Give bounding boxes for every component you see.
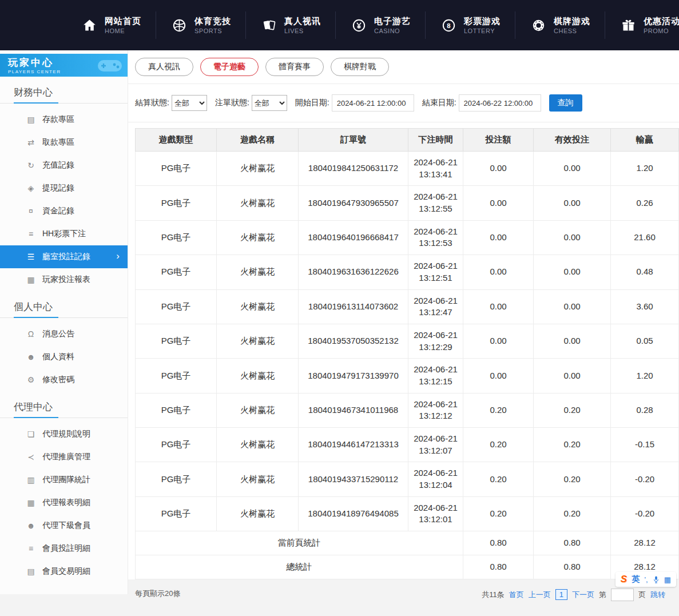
cell-game-name: 火树赢花 xyxy=(217,324,299,358)
cell-valid-bet: 0.00 xyxy=(534,324,611,358)
sidebar-item-withdraw-area[interactable]: ⇄取款專區 xyxy=(0,131,128,154)
sidebar-item-withdraw-records[interactable]: ◈提現記錄 xyxy=(0,177,128,200)
cell-win-loss: 21.60 xyxy=(611,220,679,255)
table-row: PG电子火树赢花18040195370503521322024-06-21 13… xyxy=(136,324,679,358)
doc-icon: ❏ xyxy=(25,430,37,439)
column-header: 遊戲名稱 xyxy=(217,129,299,152)
sidebar-item-room-bet-records[interactable]: ☰廳室投註記錄 xyxy=(0,245,128,268)
nav-item-chess[interactable]: 棋牌游戏CHESS xyxy=(515,11,605,39)
svg-text:8: 8 xyxy=(447,22,450,29)
sidebar-item-label: 修改密碼 xyxy=(42,375,74,385)
cell-game-name: 火树赢花 xyxy=(217,255,299,289)
cell-game-type: PG电子 xyxy=(136,152,217,186)
summary-value: 0.80 xyxy=(534,531,611,555)
sidebar-item-label: 代理規則說明 xyxy=(42,429,90,439)
main-content: 真人視訊電子遊藝體育賽事棋牌對戰 結算狀態: 全部 注單狀態: 全部 開始日期:… xyxy=(128,50,679,615)
cell-valid-bet: 0.00 xyxy=(534,220,611,255)
report-grid-icon: ▦ xyxy=(25,498,37,507)
tab-chess-battle[interactable]: 棋牌對戰 xyxy=(331,58,389,76)
cell-bet-amount: 0.00 xyxy=(463,255,534,289)
cell-win-loss: 0.48 xyxy=(611,255,679,289)
members-icon: ☻ xyxy=(25,521,37,530)
cell-valid-bet: 0.00 xyxy=(534,359,611,393)
nav-item-home[interactable]: 网站首页HOME xyxy=(66,11,156,39)
sogou-logo-icon[interactable]: S xyxy=(621,574,627,585)
microphone-icon[interactable] xyxy=(653,575,660,584)
nav-item-title: 网站首页 xyxy=(105,15,141,27)
cell-bet-time: 2024-06-21 13:12:55 xyxy=(408,186,463,220)
cell-game-type: PG电子 xyxy=(136,289,217,324)
cell-valid-bet: 0.00 xyxy=(534,152,611,186)
list-doc-icon: ≡ xyxy=(25,544,37,553)
gamepad-icon xyxy=(97,57,123,76)
sidebar-item-agent-promotion[interactable]: ≺代理推廣管理 xyxy=(0,446,128,468)
list-icon: ☰ xyxy=(25,252,37,261)
nav-item-subtitle: CASINO xyxy=(374,27,411,35)
records-table: 遊戲類型遊戲名稱訂單號下注時間投注額有效投注輸贏 PG电子火树赢花1804019… xyxy=(135,128,679,579)
sidebar-item-deposit-area[interactable]: ▤存款專區 xyxy=(0,108,128,131)
gear-icon: ⚙ xyxy=(25,375,37,384)
sidebar-item-member-transactions[interactable]: ▤會員交易明細 xyxy=(0,560,128,583)
next-page-link[interactable]: 下一页 xyxy=(572,590,594,600)
column-header: 投注額 xyxy=(463,129,534,152)
cell-order-no: 1804019433715290112 xyxy=(299,462,408,496)
summary-value: 0.80 xyxy=(534,555,611,579)
sidebar-item-member-bet-details[interactable]: ≡會員投註明細 xyxy=(0,537,128,560)
order-status-select[interactable]: 全部 xyxy=(252,95,287,111)
nav-item-promo[interactable]: 优惠活动PROMO xyxy=(605,11,679,39)
list-doc-icon: ≡ xyxy=(25,229,37,239)
cell-win-loss: -0.15 xyxy=(611,428,679,462)
summary-label: 當前頁統計 xyxy=(136,531,463,555)
nav-item-title: 棋牌游戏 xyxy=(554,15,590,27)
wallet-icon: ▤ xyxy=(25,567,37,576)
cell-bet-time: 2024-06-21 13:13:41 xyxy=(408,152,463,186)
prev-page-link[interactable]: 上一页 xyxy=(529,590,551,600)
sidebar-item-funds-records[interactable]: ¤資金記錄 xyxy=(0,200,128,222)
sidebar-item-recharge-records[interactable]: ↻充值記錄 xyxy=(0,154,128,177)
tab-sports-events[interactable]: 體育賽事 xyxy=(265,58,324,76)
sidebar-item-agent-rules[interactable]: ❏代理規則說明 xyxy=(0,423,128,446)
cell-valid-bet: 0.20 xyxy=(534,393,611,427)
end-date-label: 結束日期: xyxy=(422,98,456,108)
first-page-link[interactable]: 首页 xyxy=(509,590,524,600)
sidebar-item-agent-team-stats[interactable]: ▥代理團隊統計 xyxy=(0,468,128,491)
sidebar-item-label: 存款專區 xyxy=(42,114,74,125)
nav-item-lives[interactable]: 真人视讯LIVES xyxy=(245,11,335,39)
nav-item-casino[interactable]: 电子游艺CASINO xyxy=(335,11,425,39)
ime-punctuation-icon[interactable]: ’, xyxy=(644,575,648,584)
sidebar-item-agent-report-details[interactable]: ▦代理報表明細 xyxy=(0,491,128,514)
sidebar-item-hh-lottery-bet[interactable]: ≡HH彩票下注 xyxy=(0,222,128,245)
cell-game-type: PG电子 xyxy=(136,496,217,531)
sidebar-item-profile[interactable]: ☻個人資料 xyxy=(0,345,128,368)
settle-status-select[interactable]: 全部 xyxy=(172,95,207,111)
start-date-input[interactable] xyxy=(332,94,414,112)
keyboard-icon[interactable]: ▦ xyxy=(664,575,671,584)
current-page[interactable]: 1 xyxy=(555,589,567,600)
sidebar-item-change-password[interactable]: ⚙修改密碼 xyxy=(0,368,128,391)
cell-game-type: PG电子 xyxy=(136,220,217,255)
cell-valid-bet: 0.20 xyxy=(534,496,611,531)
cell-bet-amount: 0.00 xyxy=(463,289,534,324)
cell-game-type: PG电子 xyxy=(136,462,217,496)
nav-item-lottery[interactable]: 8彩票游戏LOTTERY xyxy=(425,11,515,39)
page-jump-input[interactable] xyxy=(611,589,634,601)
sidebar-item-agent-sub-members[interactable]: ☻代理下級會員 xyxy=(0,514,128,537)
nav-item-subtitle: SPORTS xyxy=(194,27,231,35)
table-row: PG电子火树赢花18040194673410119682024-06-21 13… xyxy=(136,393,679,427)
end-date-input[interactable] xyxy=(459,94,541,112)
jump-button[interactable]: 跳转 xyxy=(650,590,665,600)
sidebar-item-player-bet-report[interactable]: ▦玩家投注報表 xyxy=(0,268,128,291)
ime-toolbar: S 英 ’, ▦ xyxy=(616,572,676,587)
search-button[interactable]: 查詢 xyxy=(549,94,582,112)
cell-valid-bet: 0.20 xyxy=(534,428,611,462)
sidebar-item-announcements[interactable]: Ω消息公告 xyxy=(0,323,128,345)
tab-live-video[interactable]: 真人視訊 xyxy=(135,58,193,76)
ime-language-toggle[interactable]: 英 xyxy=(632,574,640,585)
player-center-header: 玩家中心 PLAYERS CENTER xyxy=(0,54,128,77)
sidebar-item-label: 提現記錄 xyxy=(42,183,74,193)
cell-order-no: 1804019647930965507 xyxy=(299,186,408,220)
tab-electronic-games[interactable]: 電子遊藝 xyxy=(200,58,259,76)
cell-win-loss: -0.20 xyxy=(611,496,679,531)
nav-item-sports[interactable]: 体育竞技SPORTS xyxy=(156,11,245,39)
cell-order-no: 1804019479173139970 xyxy=(299,359,408,393)
